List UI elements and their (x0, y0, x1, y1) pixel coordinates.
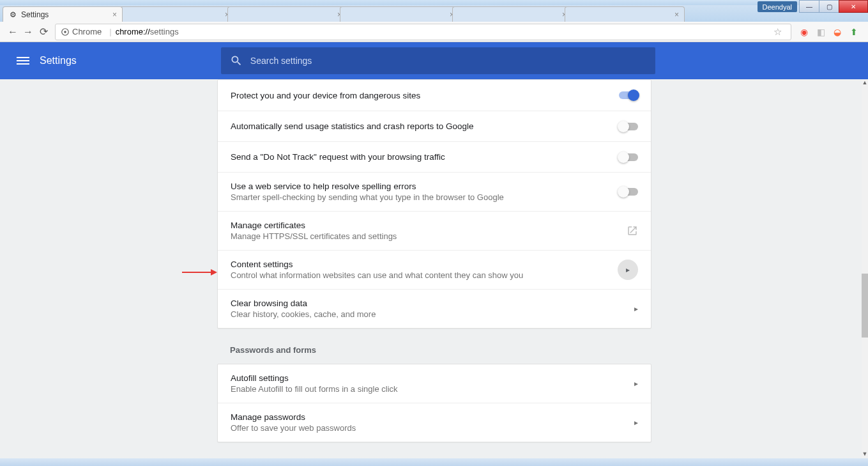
gear-icon: ⚙ (8, 10, 17, 19)
svg-marker-3 (211, 269, 217, 276)
security-chip: Chrome (61, 27, 102, 36)
svg-point-1 (64, 31, 66, 33)
row-text: Autofill settingsEnable Autofill to fill… (231, 373, 613, 394)
chevron-right-icon[interactable]: ▸ (634, 379, 638, 388)
row-sublabel: Offer to save your web passwords (231, 423, 613, 433)
scroll-thumb[interactable] (862, 274, 868, 338)
row-text: Clear browsing dataClear history, cookie… (231, 299, 613, 319)
adblock-icon[interactable]: ◉ (799, 27, 809, 37)
row-text: Use a web service to help resolve spelli… (231, 182, 613, 202)
row-label: Manage passwords (231, 412, 613, 422)
external-link-icon[interactable] (627, 225, 638, 237)
tab-close-icon[interactable]: × (674, 10, 679, 19)
tab-strip: ⚙ Settings × × × × × × (0, 5, 868, 22)
tab-settings[interactable]: ⚙ Settings × (3, 6, 123, 22)
annotation-arrow (182, 268, 217, 277)
passwords-row[interactable]: Autofill settingsEnable Autofill to fill… (218, 364, 651, 403)
window-controls: Deendyal — ▢ ✕ (758, 0, 868, 13)
page-icon (346, 10, 354, 19)
row-text: Manage passwordsOffer to save your web p… (231, 412, 613, 433)
privacy-row[interactable]: Clear browsing dataClear history, cookie… (218, 289, 651, 328)
row-text: Protect you and your device from dangero… (231, 91, 613, 100)
extension-icon[interactable]: ◧ (816, 27, 826, 37)
tab-title: Settings (21, 10, 49, 19)
privacy-row[interactable]: Content settingsControl what information… (218, 250, 651, 289)
privacy-card: Protect you and your device from dangero… (217, 79, 651, 329)
tab-background[interactable]: × (565, 6, 685, 22)
row-sublabel: Enable Autofill to fill out forms in a s… (231, 384, 613, 394)
privacy-row[interactable]: Use a web service to help resolve spelli… (218, 172, 651, 211)
minimize-button[interactable]: — (799, 0, 819, 13)
row-label: Send a "Do Not Track" request with your … (231, 152, 613, 162)
forward-button[interactable]: → (20, 24, 36, 40)
privacy-row[interactable]: Protect you and your device from dangero… (218, 80, 651, 111)
tab-close-icon[interactable]: × (112, 10, 117, 19)
extension-icon[interactable]: ◒ (832, 27, 842, 37)
reload-button[interactable]: ⟳ (36, 24, 51, 40)
section-title-passwords: Passwords and forms (230, 345, 651, 355)
row-label: Use a web service to help resolve spelli… (231, 182, 613, 191)
vertical-scrollbar[interactable]: ▲ ▼ (862, 79, 868, 458)
toggle-switch[interactable] (619, 188, 638, 196)
separator: | (109, 27, 111, 36)
chrome-dino-icon (61, 27, 70, 36)
chevron-right-icon[interactable]: ▸ (634, 418, 638, 427)
page-icon (458, 10, 467, 19)
taskbar-sliver (0, 458, 868, 466)
menu-icon[interactable] (17, 55, 29, 66)
settings-search[interactable] (221, 47, 655, 74)
row-label: Automatically send usage statistics and … (231, 121, 613, 131)
content: Protect you and your device from dangero… (0, 79, 862, 458)
tab-background[interactable]: × (452, 6, 572, 22)
row-label: Protect you and your device from dangero… (231, 91, 613, 100)
toggle-switch[interactable] (619, 153, 638, 161)
row-label: Clear browsing data (231, 299, 613, 308)
scroll-down-icon[interactable]: ▼ (862, 451, 868, 458)
toggle-switch[interactable] (619, 123, 638, 130)
search-icon (230, 54, 243, 67)
privacy-row[interactable]: Manage certificatesManage HTTPS/SSL cert… (218, 211, 651, 250)
page-icon (570, 10, 579, 19)
toolbar: ← → ⟳ Chrome | chrome://settings ☆ ◉ ◧ ◒… (0, 22, 868, 42)
privacy-row[interactable]: Send a "Do Not Track" request with your … (218, 141, 651, 172)
row-sublabel: Control what information websites can us… (231, 270, 613, 280)
row-text: Content settingsControl what information… (231, 260, 613, 280)
privacy-row[interactable]: Automatically send usage statistics and … (218, 111, 651, 141)
extension-icon[interactable]: ⬆ (849, 27, 859, 37)
omnibox[interactable]: Chrome | chrome://settings ☆ (55, 24, 791, 40)
row-sublabel: Smarter spell-checking by sending what y… (231, 192, 613, 202)
page-icon (233, 10, 242, 19)
chevron-right-icon[interactable]: ▸ (618, 260, 638, 280)
passwords-row[interactable]: Manage passwordsOffer to save your web p… (218, 403, 651, 442)
row-sublabel: Clear history, cookies, cache, and more (231, 309, 613, 319)
back-button[interactable]: ← (5, 24, 20, 40)
bookmark-star-icon[interactable]: ☆ (773, 26, 782, 38)
url-text: chrome://settings (116, 27, 773, 36)
row-sublabel: Manage HTTPS/SSL certificates and settin… (231, 231, 613, 241)
maximize-button[interactable]: ▢ (819, 0, 839, 13)
toggle-switch[interactable] (619, 91, 638, 99)
search-input[interactable] (250, 56, 646, 66)
titlebar (0, 0, 868, 5)
extension-icons: ◉ ◧ ◒ ⬆ (795, 27, 863, 37)
row-label: Content settings (231, 260, 613, 269)
user-chip[interactable]: Deendyal (758, 1, 797, 12)
row-label: Manage certificates (231, 221, 613, 230)
tab-background[interactable]: × (227, 6, 347, 22)
row-label: Autofill settings (231, 373, 613, 383)
page-title: Settings (40, 55, 77, 66)
passwords-card: Autofill settingsEnable Autofill to fill… (217, 364, 651, 442)
scroll-up-icon[interactable]: ▲ (862, 79, 868, 87)
tab-background[interactable]: × (115, 6, 235, 22)
row-text: Manage certificatesManage HTTPS/SSL cert… (231, 221, 613, 241)
tab-background[interactable]: × (340, 6, 460, 22)
settings-header: Settings (0, 42, 868, 79)
close-button[interactable]: ✕ (839, 0, 868, 13)
chevron-right-icon[interactable]: ▸ (634, 304, 638, 313)
row-text: Automatically send usage statistics and … (231, 121, 613, 131)
row-text: Send a "Do Not Track" request with your … (231, 152, 613, 162)
